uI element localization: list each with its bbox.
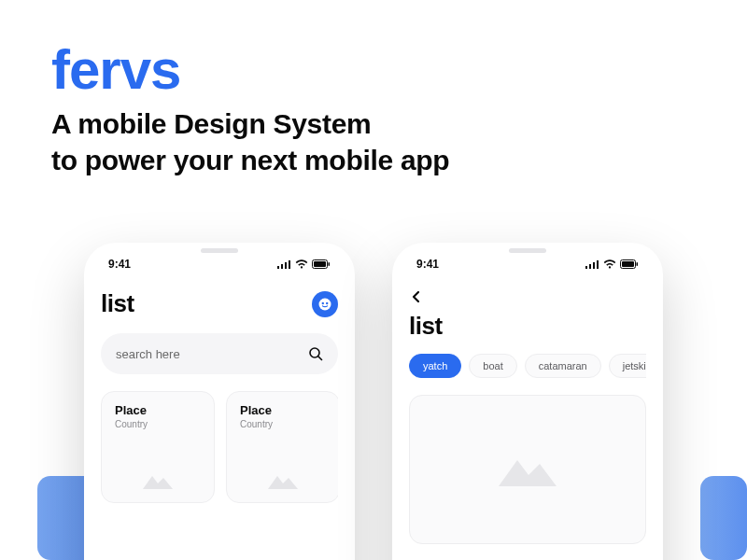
svg-rect-2 bbox=[285, 262, 287, 269]
svg-rect-1 bbox=[281, 264, 283, 269]
svg-rect-14 bbox=[593, 262, 595, 269]
svg-rect-13 bbox=[589, 264, 591, 269]
status-icons bbox=[585, 259, 639, 269]
status-time: 9:41 bbox=[416, 258, 439, 271]
wifi-icon bbox=[295, 259, 308, 269]
detail-card[interactable] bbox=[409, 395, 646, 544]
card-list: Place Country Place Country P C bbox=[101, 391, 338, 503]
tagline-line-1: A mobile Design System bbox=[51, 108, 371, 139]
image-placeholder-icon bbox=[495, 449, 560, 490]
phone-notch bbox=[509, 248, 546, 253]
chip-catamaran[interactable]: catamaran bbox=[525, 354, 601, 378]
status-icons bbox=[277, 259, 331, 269]
back-row bbox=[409, 284, 646, 310]
svg-line-11 bbox=[318, 357, 322, 360]
card-title: Place bbox=[240, 403, 326, 417]
svg-rect-3 bbox=[289, 260, 290, 269]
status-time: 9:41 bbox=[108, 258, 131, 271]
phone-mockup-1: 9:41 list search here bbox=[84, 243, 355, 560]
svg-rect-12 bbox=[585, 266, 587, 269]
avatar[interactable] bbox=[312, 291, 338, 317]
svg-rect-15 bbox=[597, 260, 599, 269]
place-card[interactable]: Place Country bbox=[226, 391, 338, 503]
page-title: list bbox=[101, 289, 134, 318]
battery-icon bbox=[620, 259, 639, 269]
place-card[interactable]: Place Country bbox=[101, 391, 215, 503]
tagline: A mobile Design System to power your nex… bbox=[51, 105, 696, 178]
card-subtitle: Country bbox=[240, 419, 326, 429]
signal-icon bbox=[585, 259, 599, 269]
chip-boat[interactable]: boat bbox=[469, 354, 516, 378]
battery-icon bbox=[312, 259, 331, 269]
svg-rect-0 bbox=[277, 266, 279, 269]
chevron-left-icon bbox=[410, 290, 423, 303]
card-title: Place bbox=[115, 403, 201, 417]
search-input[interactable]: search here bbox=[101, 333, 338, 374]
phone-mockup-2: 9:41 list yatch boat catamaran bbox=[392, 243, 663, 560]
svg-point-9 bbox=[326, 301, 328, 303]
svg-rect-6 bbox=[329, 262, 331, 266]
svg-point-8 bbox=[322, 301, 324, 303]
phone-notch bbox=[201, 248, 238, 253]
brand-logo: fervs bbox=[51, 37, 696, 102]
svg-rect-5 bbox=[314, 261, 326, 267]
svg-rect-18 bbox=[637, 262, 639, 266]
signal-icon bbox=[277, 259, 291, 269]
svg-rect-17 bbox=[622, 261, 634, 267]
chip-jetski[interactable]: jetski bbox=[609, 354, 646, 378]
chip-yatch[interactable]: yatch bbox=[409, 354, 461, 378]
search-placeholder: search here bbox=[116, 347, 180, 361]
image-placeholder-icon bbox=[240, 457, 326, 502]
tagline-line-2: to power your next mobile app bbox=[51, 145, 449, 175]
page-title: list bbox=[409, 312, 646, 341]
card-subtitle: Country bbox=[115, 419, 201, 429]
back-button[interactable] bbox=[403, 284, 430, 310]
image-placeholder-icon bbox=[115, 457, 201, 502]
filter-chips: yatch boat catamaran jetski c bbox=[409, 354, 646, 378]
svg-point-7 bbox=[319, 298, 331, 310]
wifi-icon bbox=[603, 259, 616, 269]
search-icon bbox=[308, 346, 323, 361]
